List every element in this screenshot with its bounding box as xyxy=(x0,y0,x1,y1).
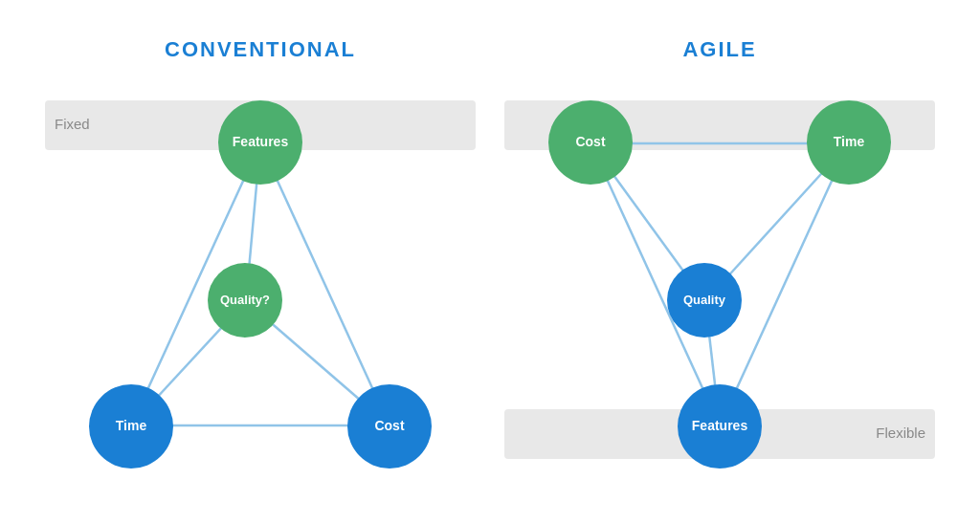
agile-quality-node: Quality xyxy=(667,263,742,338)
agile-cost-node: Cost xyxy=(548,100,633,185)
conv-time-node: Time xyxy=(89,384,173,469)
agile-section: AGILE Flexible xyxy=(504,33,935,491)
agile-diagram: Flexible Cost Tim xyxy=(504,72,935,491)
conventional-title: CONVENTIONAL xyxy=(165,37,356,62)
conventional-diagram: Fixed Features Qu xyxy=(45,72,476,491)
conv-features-node: Features xyxy=(218,100,302,185)
main-container: CONVENTIONAL Fixed Fe xyxy=(31,23,949,501)
agile-title: AGILE xyxy=(682,37,756,62)
conv-quality-node: Quality? xyxy=(208,263,282,338)
svg-line-10 xyxy=(720,143,849,425)
agile-time-node: Time xyxy=(807,100,891,185)
svg-line-1 xyxy=(260,143,390,425)
conv-cost-node: Cost xyxy=(347,384,432,469)
conventional-section: CONVENTIONAL Fixed Fe xyxy=(45,33,476,491)
agile-features-node: Features xyxy=(678,384,762,469)
